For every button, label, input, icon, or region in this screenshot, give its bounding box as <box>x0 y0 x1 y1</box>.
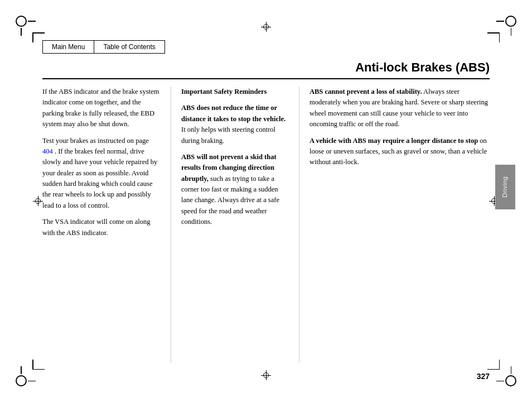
mid-para-1-suffix: It only helps with steering control duri… <box>181 126 275 144</box>
corner-tl-v <box>32 32 33 42</box>
left-para-2-suffix: . If the brakes feel normal, drive slowl… <box>42 147 157 209</box>
page-404-link[interactable]: 404 <box>42 147 53 155</box>
corner-br-h <box>487 369 500 370</box>
corner-tl-h <box>32 32 45 34</box>
reg-mark-bottom-left <box>16 371 31 386</box>
title-rule <box>42 78 490 79</box>
driving-tab-label: Driving <box>500 176 510 198</box>
reg-mark-bottom-right <box>501 371 516 386</box>
corner-bl-h <box>32 369 45 370</box>
left-para-1: If the ABS indicator and the brake syste… <box>42 87 161 130</box>
right-para-2: A vehicle with ABS may require a longer … <box>309 136 490 168</box>
mid-para-1-bold: ABS does not reduce the time or distance… <box>181 104 286 122</box>
corner-tr-v <box>499 32 500 42</box>
page-title: Anti-lock Brakes (ABS) <box>355 60 490 75</box>
main-menu-button[interactable]: Main Menu <box>42 40 94 54</box>
corner-br-v <box>499 360 500 370</box>
crosshair-left <box>32 195 43 207</box>
col-right: ABS cannot prevent a loss of stability. … <box>299 87 490 363</box>
col-mid: Important Safety Reminders ABS does not … <box>171 87 299 363</box>
page: Main Menu Table of Contents Anti-lock Br… <box>0 0 532 402</box>
corner-tr-h <box>487 32 500 34</box>
reg-mark-top-right <box>501 16 516 31</box>
col-left: If the ABS indicator and the brake syste… <box>42 87 171 363</box>
reg-mark-top-left <box>16 16 31 31</box>
page-number: 327 <box>477 372 490 381</box>
left-para-2: Test your brakes as instructed on page 4… <box>42 136 161 212</box>
left-para-2-prefix: Test your brakes as instructed on page <box>42 137 149 145</box>
driving-tab: Driving <box>495 165 515 209</box>
crosshair-bottom <box>260 370 272 381</box>
corner-bl-v <box>32 360 33 370</box>
left-para-3: The VSA indicator will come on along wit… <box>42 217 161 238</box>
content-area: If the ABS indicator and the brake syste… <box>42 87 490 363</box>
safety-reminders-heading: Important Safety Reminders <box>181 87 289 97</box>
right-para-1-bold: ABS cannot prevent a loss of stability. <box>309 88 422 95</box>
mid-para-1: ABS does not reduce the time or distance… <box>181 103 289 146</box>
right-para-2-bold: A vehicle with ABS may require a longer … <box>309 137 478 145</box>
crosshair-top <box>260 21 272 32</box>
mid-para-2: ABS will not prevent a skid that results… <box>181 152 289 228</box>
top-nav: Main Menu Table of Contents <box>42 40 165 54</box>
table-of-contents-button[interactable]: Table of Contents <box>94 40 165 54</box>
right-para-1: ABS cannot prevent a loss of stability. … <box>309 87 490 130</box>
